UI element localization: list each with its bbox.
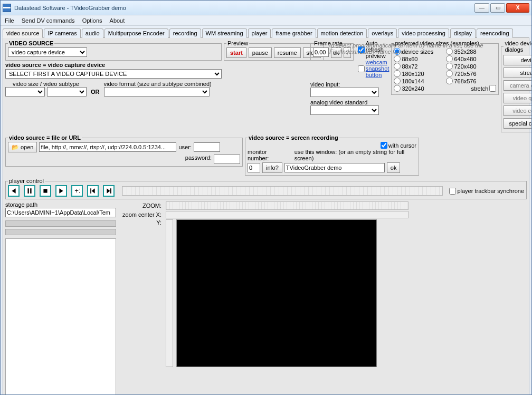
- tab-display[interactable]: display: [450, 28, 476, 38]
- tab-audio[interactable]: audio: [82, 28, 103, 38]
- camera-control-btn[interactable]: camera control: [504, 80, 532, 91]
- snapshot-label[interactable]: webcam snapshot button: [366, 59, 390, 78]
- special-controls-btn[interactable]: special controls: [504, 118, 532, 129]
- video-format-combo[interactable]: [104, 87, 210, 97]
- minimize-button[interactable]: —: [474, 3, 489, 13]
- start-button[interactable]: start: [226, 47, 246, 58]
- svg-marker-0: [12, 188, 15, 194]
- zoom-cy-slider[interactable]: [166, 219, 173, 367]
- close-button[interactable]: X: [506, 3, 529, 13]
- svg-rect-1: [27, 188, 28, 194]
- resume-button[interactable]: resume: [274, 47, 301, 58]
- screen-ok-button[interactable]: ok: [387, 162, 401, 173]
- stretch-check[interactable]: [489, 85, 496, 92]
- player-control-group: player control +1 player trackbar synchr…: [5, 178, 527, 199]
- framerate-input[interactable]: [313, 47, 329, 57]
- video-format-label: video format (size and subtype combined): [104, 81, 212, 87]
- stream-dialog-btn[interactable]: stream: [504, 68, 532, 78]
- player-prev-button[interactable]: [8, 185, 20, 197]
- window-input[interactable]: [284, 163, 385, 172]
- or-label: OR: [91, 89, 100, 95]
- fileurl-legend: video source = file or URL: [8, 134, 82, 141]
- video-quality-btn[interactable]: video quality: [504, 93, 532, 103]
- menu-file[interactable]: File: [5, 17, 14, 24]
- video-control-btn[interactable]: video control: [504, 105, 532, 116]
- size-320x240[interactable]: [394, 85, 401, 92]
- svg-marker-4: [59, 188, 63, 194]
- password-label: password:: [185, 155, 212, 161]
- fileurl-input[interactable]: [39, 142, 176, 152]
- video-input-combo[interactable]: [310, 88, 379, 97]
- svg-marker-7: [92, 188, 95, 194]
- usewin-label: use this window: (or an empty string for…: [294, 149, 416, 161]
- zoom-slider[interactable]: [166, 201, 408, 210]
- trackbar-sync-check[interactable]: [449, 188, 456, 195]
- device-dialog-btn[interactable]: device: [504, 55, 532, 65]
- tab-reencoding[interactable]: reencoding: [477, 28, 512, 38]
- tab-framegrabber[interactable]: frame grabber: [272, 28, 316, 38]
- size-180x120[interactable]: [394, 70, 401, 77]
- player-stepfwd-button[interactable]: +1: [71, 185, 83, 197]
- window-title: Datastead Software - TVideoGrabber demo: [14, 5, 473, 11]
- monitor-input[interactable]: [248, 163, 260, 172]
- svg-rect-9: [110, 188, 111, 194]
- zoom-cy-label: Y:: [119, 219, 162, 226]
- menu-options[interactable]: Options: [82, 17, 102, 24]
- menu-about[interactable]: About: [110, 17, 125, 24]
- player-pause-button[interactable]: [24, 185, 35, 197]
- withcursor-check[interactable]: [381, 142, 387, 149]
- maximize-button[interactable]: ▭: [490, 3, 505, 13]
- tab-motion[interactable]: motion detection: [317, 28, 367, 38]
- size-180x144[interactable]: [394, 78, 401, 84]
- zoom-cx-label: zoom center X:: [119, 211, 162, 218]
- device-combo[interactable]: SELECT FIRST A VIDEO CAPTURE DEVICE: [5, 69, 222, 79]
- menu-senddv[interactable]: Send DV commands: [22, 17, 75, 24]
- size-640x480[interactable]: [446, 55, 453, 62]
- size-720x480[interactable]: [446, 63, 453, 70]
- video-subtype-combo[interactable]: [47, 87, 87, 97]
- snapshot-check[interactable]: [358, 65, 365, 72]
- menubar: File Send DV commands Options About: [1, 15, 531, 26]
- player-trackbar[interactable]: [122, 186, 443, 196]
- info-button[interactable]: info?: [262, 162, 282, 173]
- monitor-label: monitor number:: [248, 149, 287, 161]
- tab-vprocessing[interactable]: video processing: [398, 28, 449, 38]
- zoom-cx-slider[interactable]: [166, 211, 408, 218]
- size-768x576[interactable]: [446, 78, 453, 84]
- tab-ip-cameras[interactable]: IP cameras: [44, 28, 80, 38]
- user-label: user:: [178, 144, 191, 150]
- app-icon: [3, 4, 11, 12]
- analog-combo[interactable]: [310, 105, 379, 115]
- player-ffwd-button[interactable]: [103, 185, 115, 197]
- open-button[interactable]: 📂open: [8, 142, 37, 152]
- tab-video-source[interactable]: video source: [3, 28, 43, 38]
- size-88x72[interactable]: [394, 63, 401, 70]
- user-input[interactable]: [194, 142, 220, 152]
- size-88x60[interactable]: [394, 55, 401, 62]
- video-preview: [176, 219, 377, 367]
- folder-icon: 📂: [12, 144, 19, 151]
- svg-rect-6: [90, 188, 91, 194]
- findindex-hint: to select programmatically an item by na…: [329, 42, 519, 55]
- size-720x576[interactable]: [446, 70, 453, 77]
- pause-button[interactable]: pause: [249, 47, 272, 58]
- storage-path-input[interactable]: [5, 208, 116, 217]
- tab-recording[interactable]: recording: [169, 28, 201, 38]
- gray-bar-2: [5, 229, 116, 235]
- player-rewind-button[interactable]: [87, 185, 99, 197]
- video-source-legend: VIDEO SOURCE: [8, 40, 54, 46]
- fileurl-group: video source = file or URL 📂open user: p…: [5, 134, 243, 167]
- screenrec-legend: video source = screen recording: [248, 134, 339, 141]
- tab-overlays[interactable]: overlays: [368, 28, 397, 38]
- tab-player[interactable]: player: [248, 28, 271, 38]
- video-source-combo[interactable]: video capture device: [8, 47, 87, 57]
- tab-mpenc[interactable]: Multipurpose Encoder: [104, 28, 168, 38]
- tab-wm[interactable]: WM streaming: [202, 28, 247, 38]
- player-play-button[interactable]: [55, 185, 67, 197]
- player-stop-button[interactable]: [40, 185, 51, 197]
- side-listbox[interactable]: [5, 238, 116, 395]
- password-input[interactable]: [214, 155, 240, 164]
- video-size-combo[interactable]: [5, 87, 45, 97]
- preview-group: Preview start pause resume stop: [224, 40, 324, 61]
- svg-marker-8: [107, 188, 110, 194]
